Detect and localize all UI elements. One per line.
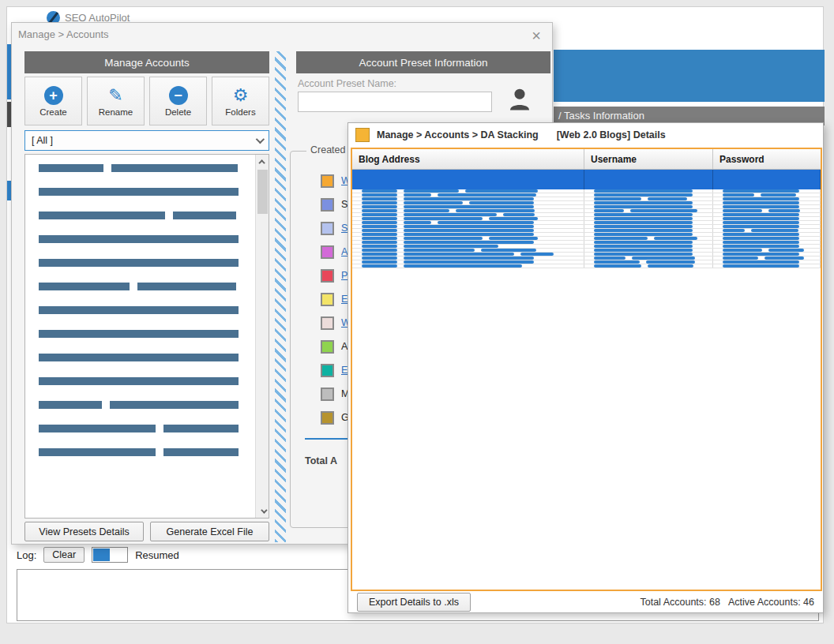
list-item[interactable]: [39, 401, 255, 409]
folder-filter-dropdown[interactable]: [ All ]: [24, 130, 269, 151]
table-cell: [584, 193, 713, 197]
table-cell: [713, 256, 821, 260]
generate-excel-file-button[interactable]: Generate Excel File: [150, 522, 269, 541]
log-pause-toggle[interactable]: [92, 547, 128, 563]
redacted-text: [520, 253, 554, 256]
rename-button[interactable]: ✎ Rename: [87, 77, 145, 125]
table-cell: [352, 249, 584, 252]
table-cell: [584, 221, 713, 224]
redacted-text: [111, 164, 238, 172]
category-color-checkbox[interactable]: [321, 388, 334, 401]
list-item[interactable]: [39, 212, 255, 219]
list-item[interactable]: [39, 259, 255, 267]
redacted-text: [362, 189, 397, 193]
redacted-text: [723, 189, 799, 193]
redacted-text: [630, 209, 697, 212]
redacted-text: [39, 283, 130, 290]
redacted-text: [723, 260, 799, 264]
list-item[interactable]: [39, 330, 255, 338]
redacted-text: [723, 201, 799, 204]
redacted-text: [39, 306, 239, 314]
redacted-text: [39, 401, 102, 409]
delete-button[interactable]: − Delete: [149, 77, 207, 125]
list-item[interactable]: [39, 448, 255, 456]
table-cell: [352, 201, 584, 204]
table-cell: [713, 260, 821, 264]
redacted-text: [723, 237, 799, 240]
account-presets-listbox[interactable]: [24, 154, 269, 519]
list-item[interactable]: [39, 188, 255, 196]
redacted-text: [404, 264, 522, 268]
table-cell: [352, 264, 584, 268]
list-item[interactable]: [39, 377, 255, 385]
table-cell: [584, 253, 713, 256]
view-presets-details-button[interactable]: View Presets Details: [24, 522, 144, 541]
table-cell: [352, 253, 584, 256]
category-color-checkbox[interactable]: [321, 411, 334, 425]
person-icon: [506, 86, 533, 113]
redacted-text: [768, 209, 800, 212]
filter-selected-value: [ All ]: [32, 135, 53, 146]
scrollbar-thumb[interactable]: [257, 170, 268, 214]
category-color-checkbox[interactable]: [321, 174, 334, 188]
redacted-text: [594, 253, 693, 256]
category-color-checkbox[interactable]: [321, 269, 334, 283]
category-color-checkbox[interactable]: [321, 316, 334, 330]
table-cell: [352, 189, 584, 193]
list-item[interactable]: [39, 425, 255, 432]
account-preset-name-input[interactable]: [298, 92, 492, 112]
category-color-checkbox[interactable]: [321, 198, 334, 212]
redacted-text: [404, 249, 475, 252]
redacted-text: [489, 237, 538, 240]
redacted-text: [137, 283, 236, 290]
redacted-text: [362, 217, 397, 220]
category-color-checkbox[interactable]: [321, 340, 334, 354]
column-header-password[interactable]: Password: [713, 149, 821, 169]
active-accounts-text: Active Accounts: 46: [728, 597, 814, 608]
category-color-checkbox[interactable]: [321, 222, 334, 235]
table-cell: [584, 256, 713, 260]
table-cell: [352, 225, 584, 228]
redacted-text: [362, 193, 397, 197]
table-cell: [352, 217, 584, 220]
table-cell: [352, 241, 584, 244]
scroll-up-icon[interactable]: [256, 155, 269, 168]
list-item[interactable]: [39, 306, 255, 314]
redacted-text: [648, 264, 693, 268]
table-cell: [713, 245, 821, 248]
table-row[interactable]: [352, 264, 821, 268]
table-cell: [584, 229, 713, 232]
table-cell: [352, 237, 584, 240]
close-icon[interactable]: ×: [527, 26, 546, 45]
category-color-checkbox[interactable]: [321, 293, 334, 306]
redacted-text: [404, 189, 459, 193]
redacted-text: [404, 197, 534, 200]
clear-log-button[interactable]: Clear: [43, 547, 85, 563]
list-item[interactable]: [39, 354, 255, 361]
pencil-icon: ✎: [108, 86, 122, 105]
list-item[interactable]: [39, 283, 255, 290]
redacted-text: [764, 256, 804, 260]
selected-table-row[interactable]: [352, 170, 821, 189]
category-color-checkbox[interactable]: [321, 364, 334, 377]
list-item[interactable]: [39, 235, 255, 243]
listbox-scrollbar[interactable]: [255, 155, 269, 518]
folders-button[interactable]: ⚙ Folders: [212, 77, 269, 125]
panel-splitter[interactable]: [275, 51, 286, 542]
redacted-text: [648, 197, 687, 200]
redacted-text: [632, 256, 695, 260]
details-breadcrumb: Manage > Accounts > DA Stacking: [377, 129, 539, 140]
table-cell: [713, 209, 821, 212]
table-cell: [584, 260, 713, 264]
scroll-down-icon[interactable]: [256, 504, 269, 518]
table-cell: [352, 256, 584, 260]
details-footer: Export Details to .xls Total Accounts: 6…: [351, 592, 821, 612]
column-header-blog-address[interactable]: Blog Address: [352, 149, 584, 169]
create-button[interactable]: + Create: [24, 77, 82, 125]
column-header-username[interactable]: Username: [584, 149, 713, 169]
list-item[interactable]: [39, 164, 255, 172]
table-cell: [713, 197, 821, 200]
export-details-button[interactable]: Export Details to .xls: [357, 593, 471, 612]
redacted-text: [594, 225, 693, 228]
category-color-checkbox[interactable]: [321, 245, 334, 259]
